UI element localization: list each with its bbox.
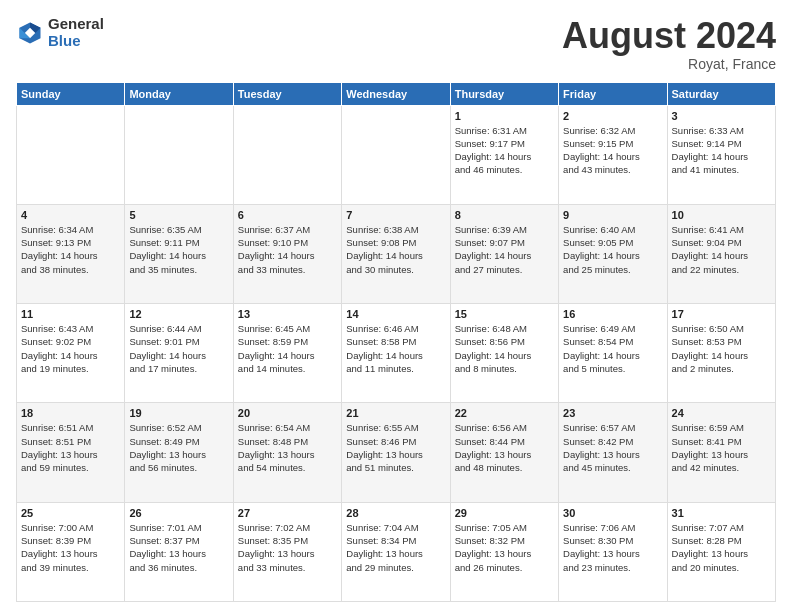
day-info-line: and 11 minutes. — [346, 362, 445, 375]
day-number: 4 — [21, 209, 120, 221]
day-info-line: Daylight: 14 hours — [672, 349, 771, 362]
day-info-line: Sunset: 8:59 PM — [238, 335, 337, 348]
day-number: 21 — [346, 407, 445, 419]
day-number: 5 — [129, 209, 228, 221]
day-number: 29 — [455, 507, 554, 519]
day-number: 12 — [129, 308, 228, 320]
day-info: Sunrise: 7:06 AMSunset: 8:30 PMDaylight:… — [563, 521, 662, 574]
day-info-line: and 22 minutes. — [672, 263, 771, 276]
col-tuesday: Tuesday — [233, 82, 341, 105]
day-info: Sunrise: 6:43 AMSunset: 9:02 PMDaylight:… — [21, 322, 120, 375]
day-info-line: and 14 minutes. — [238, 362, 337, 375]
calendar-cell-3-4: 22Sunrise: 6:56 AMSunset: 8:44 PMDayligh… — [450, 403, 558, 502]
day-info-line: Daylight: 13 hours — [672, 448, 771, 461]
day-info-line: Sunrise: 6:51 AM — [21, 421, 120, 434]
day-info-line: Sunset: 8:53 PM — [672, 335, 771, 348]
day-info-line: and 48 minutes. — [455, 461, 554, 474]
day-info: Sunrise: 6:59 AMSunset: 8:41 PMDaylight:… — [672, 421, 771, 474]
day-info-line: Sunset: 8:39 PM — [21, 534, 120, 547]
col-monday: Monday — [125, 82, 233, 105]
day-info: Sunrise: 6:56 AMSunset: 8:44 PMDaylight:… — [455, 421, 554, 474]
day-info-line: Sunset: 9:01 PM — [129, 335, 228, 348]
calendar-week-2: 4Sunrise: 6:34 AMSunset: 9:13 PMDaylight… — [17, 204, 776, 303]
day-info: Sunrise: 7:02 AMSunset: 8:35 PMDaylight:… — [238, 521, 337, 574]
day-info-line: Daylight: 13 hours — [346, 547, 445, 560]
day-info: Sunrise: 6:50 AMSunset: 8:53 PMDaylight:… — [672, 322, 771, 375]
day-info: Sunrise: 7:04 AMSunset: 8:34 PMDaylight:… — [346, 521, 445, 574]
day-info-line: Daylight: 13 hours — [129, 547, 228, 560]
logo-text: General Blue — [48, 16, 104, 49]
day-info-line: Sunrise: 6:59 AM — [672, 421, 771, 434]
day-info-line: Sunset: 8:32 PM — [455, 534, 554, 547]
location-subtitle: Royat, France — [562, 56, 776, 72]
day-info-line: Daylight: 14 hours — [455, 249, 554, 262]
day-number: 20 — [238, 407, 337, 419]
calendar-cell-1-5: 9Sunrise: 6:40 AMSunset: 9:05 PMDaylight… — [559, 204, 667, 303]
day-info-line: Sunrise: 6:40 AM — [563, 223, 662, 236]
day-info-line: and 26 minutes. — [455, 561, 554, 574]
day-number: 3 — [672, 110, 771, 122]
day-info-line: and 23 minutes. — [563, 561, 662, 574]
day-info-line: Daylight: 13 hours — [21, 547, 120, 560]
calendar-cell-0-3 — [342, 105, 450, 204]
day-info-line: and 45 minutes. — [563, 461, 662, 474]
day-info-line: Daylight: 14 hours — [672, 150, 771, 163]
day-info-line: Daylight: 14 hours — [238, 349, 337, 362]
day-info-line: Daylight: 14 hours — [129, 349, 228, 362]
day-number: 23 — [563, 407, 662, 419]
day-info-line: Sunrise: 6:41 AM — [672, 223, 771, 236]
calendar-cell-4-6: 31Sunrise: 7:07 AMSunset: 8:28 PMDayligh… — [667, 502, 775, 601]
day-number: 28 — [346, 507, 445, 519]
day-number: 26 — [129, 507, 228, 519]
day-info-line: Daylight: 13 hours — [672, 547, 771, 560]
day-info: Sunrise: 6:52 AMSunset: 8:49 PMDaylight:… — [129, 421, 228, 474]
day-info-line: Sunset: 9:08 PM — [346, 236, 445, 249]
day-number: 31 — [672, 507, 771, 519]
calendar-week-4: 18Sunrise: 6:51 AMSunset: 8:51 PMDayligh… — [17, 403, 776, 502]
day-info-line: Sunrise: 6:55 AM — [346, 421, 445, 434]
day-info-line: and 2 minutes. — [672, 362, 771, 375]
day-number: 11 — [21, 308, 120, 320]
day-number: 8 — [455, 209, 554, 221]
day-info-line: and 20 minutes. — [672, 561, 771, 574]
day-info-line: and 41 minutes. — [672, 163, 771, 176]
day-info: Sunrise: 6:46 AMSunset: 8:58 PMDaylight:… — [346, 322, 445, 375]
day-info-line: Sunset: 8:37 PM — [129, 534, 228, 547]
day-number: 2 — [563, 110, 662, 122]
day-info-line: Daylight: 13 hours — [455, 448, 554, 461]
calendar-cell-2-6: 17Sunrise: 6:50 AMSunset: 8:53 PMDayligh… — [667, 304, 775, 403]
day-info: Sunrise: 6:55 AMSunset: 8:46 PMDaylight:… — [346, 421, 445, 474]
logo-blue-text: Blue — [48, 33, 104, 50]
day-number: 17 — [672, 308, 771, 320]
day-number: 22 — [455, 407, 554, 419]
calendar-cell-1-4: 8Sunrise: 6:39 AMSunset: 9:07 PMDaylight… — [450, 204, 558, 303]
logo: General Blue — [16, 16, 104, 49]
day-info-line: Daylight: 14 hours — [346, 349, 445, 362]
day-number: 7 — [346, 209, 445, 221]
day-info-line: and 39 minutes. — [21, 561, 120, 574]
day-info-line: Sunset: 9:07 PM — [455, 236, 554, 249]
day-info-line: Daylight: 13 hours — [563, 448, 662, 461]
calendar-cell-2-2: 13Sunrise: 6:45 AMSunset: 8:59 PMDayligh… — [233, 304, 341, 403]
day-number: 10 — [672, 209, 771, 221]
day-info-line: Sunrise: 6:43 AM — [21, 322, 120, 335]
day-info-line: and 25 minutes. — [563, 263, 662, 276]
day-info-line: Sunset: 9:05 PM — [563, 236, 662, 249]
day-info-line: Sunrise: 7:07 AM — [672, 521, 771, 534]
day-info-line: Sunrise: 6:44 AM — [129, 322, 228, 335]
day-info: Sunrise: 7:07 AMSunset: 8:28 PMDaylight:… — [672, 521, 771, 574]
day-info-line: Daylight: 14 hours — [563, 349, 662, 362]
day-info-line: Sunset: 8:30 PM — [563, 534, 662, 547]
day-info-line: and 38 minutes. — [21, 263, 120, 276]
day-info-line: Daylight: 13 hours — [346, 448, 445, 461]
day-info: Sunrise: 6:44 AMSunset: 9:01 PMDaylight:… — [129, 322, 228, 375]
day-info-line: and 51 minutes. — [346, 461, 445, 474]
day-info-line: Daylight: 13 hours — [21, 448, 120, 461]
day-info-line: and 33 minutes. — [238, 561, 337, 574]
day-info-line: Sunrise: 6:38 AM — [346, 223, 445, 236]
calendar-week-3: 11Sunrise: 6:43 AMSunset: 9:02 PMDayligh… — [17, 304, 776, 403]
col-thursday: Thursday — [450, 82, 558, 105]
day-info-line: and 43 minutes. — [563, 163, 662, 176]
day-info-line: and 29 minutes. — [346, 561, 445, 574]
day-number: 30 — [563, 507, 662, 519]
